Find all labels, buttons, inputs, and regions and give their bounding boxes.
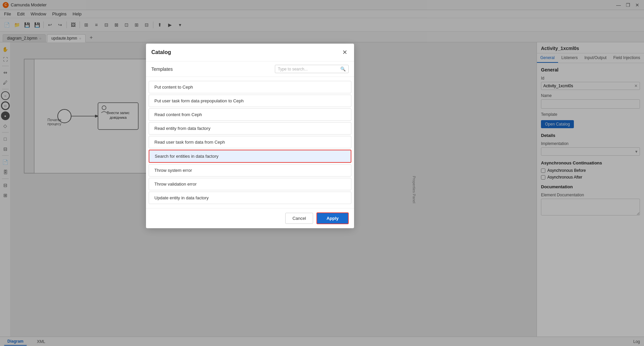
- modal-close-button[interactable]: ✕: [341, 48, 349, 56]
- search-input[interactable]: [278, 67, 338, 71]
- list-item[interactable]: Put user task form data prepopulation to…: [149, 95, 351, 107]
- modal-overlay: Catalog ✕ Templates 🔍 Put content to Cep…: [0, 0, 644, 346]
- list-item[interactable]: Read content from Ceph: [149, 108, 351, 121]
- apply-button[interactable]: Apply: [316, 212, 349, 224]
- list-item[interactable]: Read entity from data factory: [149, 122, 351, 135]
- list-item[interactable]: Update entity in data factory: [149, 192, 351, 204]
- list-item[interactable]: Put content to Ceph: [149, 81, 351, 93]
- list-item[interactable]: Throw system error: [149, 164, 351, 177]
- modal-body: Put content to Ceph Put user task form d…: [146, 77, 354, 208]
- modal-header: Catalog ✕: [146, 44, 354, 61]
- search-box: 🔍: [275, 65, 349, 73]
- list-item-selected[interactable]: Search for entities in data factory: [149, 150, 351, 163]
- templates-label: Templates: [151, 66, 173, 72]
- catalog-modal: Catalog ✕ Templates 🔍 Put content to Cep…: [146, 44, 354, 228]
- cancel-button[interactable]: Cancel: [285, 213, 313, 224]
- list-item[interactable]: Read user task form data from Ceph: [149, 136, 351, 148]
- list-item[interactable]: Throw validation error: [149, 178, 351, 190]
- modal-footer: Cancel Apply: [146, 208, 354, 228]
- modal-title: Catalog: [151, 49, 171, 55]
- modal-subheader: Templates 🔍: [146, 61, 354, 77]
- search-icon: 🔍: [340, 66, 346, 71]
